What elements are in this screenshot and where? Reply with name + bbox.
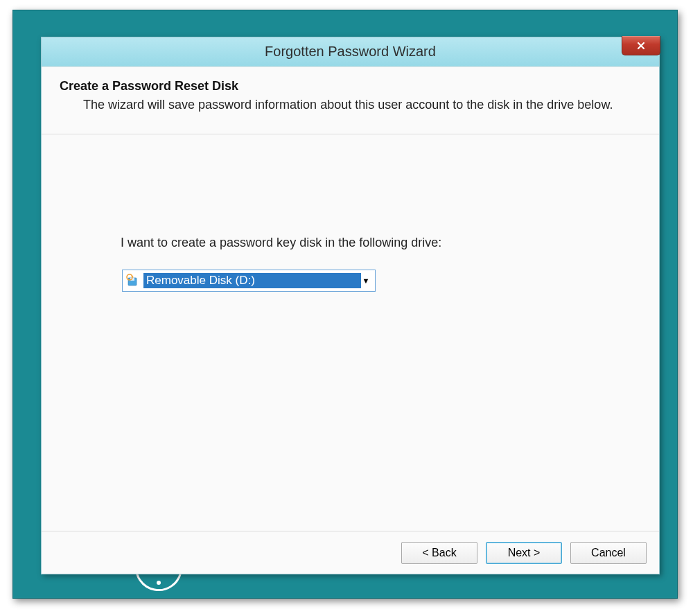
chevron-down-icon: ▼: [361, 276, 371, 285]
window-body: Create a Password Reset Disk The wizard …: [42, 67, 659, 574]
drive-prompt-label: I want to create a password key disk in …: [121, 236, 641, 250]
close-button[interactable]: [622, 36, 660, 55]
wizard-header: Create a Password Reset Disk The wizard …: [42, 67, 659, 134]
back-button[interactable]: < Back: [401, 542, 477, 564]
window-title: Forgotten Password Wizard: [265, 44, 436, 60]
cancel-button[interactable]: Cancel: [570, 542, 647, 564]
desktop-background: Forgotten Password Wizard Create a Passw…: [12, 10, 678, 599]
wizard-window: Forgotten Password Wizard Create a Passw…: [41, 37, 660, 574]
removable-disk-icon: [125, 274, 139, 288]
drive-select[interactable]: Removable Disk (D:) ▼: [122, 270, 376, 292]
next-button[interactable]: Next >: [486, 542, 562, 564]
close-icon: [637, 42, 645, 50]
page-description: The wizard will save password informatio…: [83, 96, 641, 113]
svg-point-0: [157, 581, 161, 585]
titlebar[interactable]: Forgotten Password Wizard: [42, 37, 659, 67]
wizard-content: I want to create a password key disk in …: [42, 134, 659, 531]
wizard-footer: < Back Next > Cancel: [42, 531, 659, 574]
drive-select-value: Removable Disk (D:): [143, 273, 361, 288]
page-title: Create a Password Reset Disk: [60, 79, 641, 94]
